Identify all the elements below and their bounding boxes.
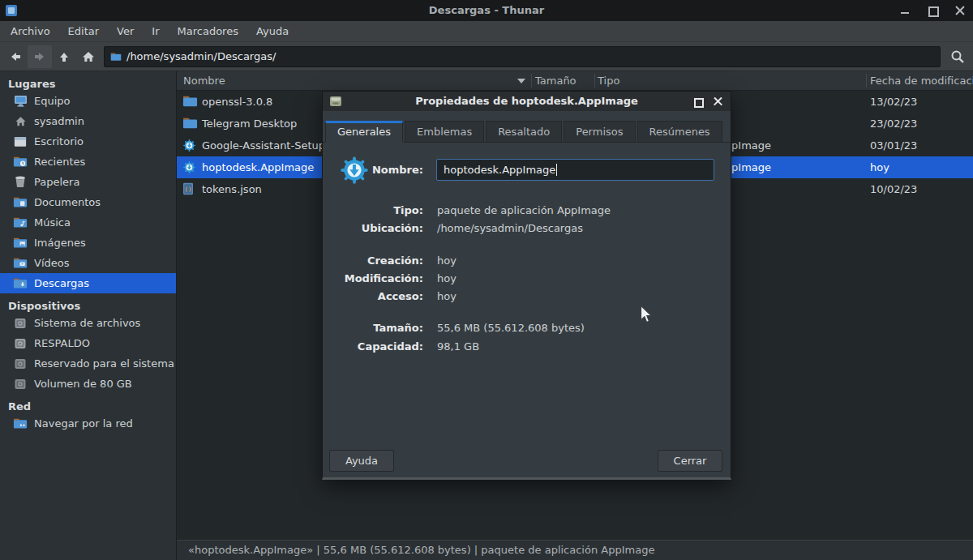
maximize-icon[interactable] <box>928 6 937 15</box>
column-header-tamano[interactable]: Tamaño <box>535 71 577 90</box>
name-label: Nombre: <box>323 164 423 176</box>
up-icon[interactable] <box>52 45 76 68</box>
list-header: Nombre Tamaño Tipo Fecha de modificación <box>177 71 973 91</box>
ubicacion-value: /home/sysadmin/Descargas <box>437 220 583 237</box>
tab-generales[interactable]: Generales <box>325 121 403 143</box>
column-divider[interactable] <box>531 74 532 88</box>
column-header-fecha[interactable]: Fecha de modificación <box>870 71 973 90</box>
help-button[interactable]: Ayuda <box>329 450 394 472</box>
sidebar-item-label: Recientes <box>34 156 85 168</box>
file-name: openssl-3.0.8 <box>202 91 272 113</box>
drive-icon <box>13 357 28 370</box>
text-caret <box>556 164 557 176</box>
sidebar-item-label: Volumen de 80 GB <box>34 378 132 390</box>
folder-icon <box>110 52 122 62</box>
modificacion-label: Modificación: <box>323 270 423 288</box>
music-folder-icon <box>13 216 28 229</box>
sidebar-heading-red: Red <box>0 394 176 413</box>
creacion-label: Creación: <box>323 252 423 270</box>
acceso-value: hoy <box>437 288 456 306</box>
file-date: 10/02/23 <box>870 178 917 200</box>
sidebar-item-respaldo[interactable]: RESPALDO <box>0 333 176 353</box>
file-date: 13/02/23 <box>870 91 917 113</box>
sidebar-item-escritorio[interactable]: Escritorio <box>0 131 176 152</box>
drive-icon <box>13 317 28 330</box>
sidebar-item-navegar-por-la-red[interactable]: Navegar por la red <box>0 413 176 434</box>
sidebar-item-sistema-de-archivos[interactable]: Sistema de archivos <box>0 313 176 333</box>
folder-icon <box>182 117 198 130</box>
menu-ver[interactable]: Ver <box>108 21 143 41</box>
path-input[interactable]: /home/sysadmin/Descargas/ <box>104 46 941 67</box>
sidebar-heading-dispositivos: Dispositivos <box>0 293 176 313</box>
sidebar-item-documentos[interactable]: Documentos <box>0 192 176 212</box>
menu-ir[interactable]: Ir <box>143 21 168 41</box>
dialog-close-icon[interactable] <box>714 97 722 106</box>
name-input-value: hoptodesk.AppImage <box>444 164 555 176</box>
sidebar: Lugares Equipo sysadmin Escritorio Recie… <box>0 71 177 560</box>
close-icon[interactable] <box>955 6 965 15</box>
svg-text:(): () <box>184 186 191 193</box>
tamano-value: 55,6 MB (55.612.608 bytes) <box>437 319 585 337</box>
tab-permisos[interactable]: Permisos <box>564 121 635 142</box>
sidebar-item-sysadmin[interactable]: sysadmin <box>0 111 176 131</box>
sidebar-item-recientes[interactable]: Recientes <box>0 152 176 172</box>
search-icon[interactable] <box>945 45 970 68</box>
forward-icon[interactable] <box>28 45 52 68</box>
sidebar-item-label: Documentos <box>34 196 101 208</box>
window-title: Descargas - Thunar <box>0 0 973 21</box>
sidebar-item-volumen-de-80-gb[interactable]: Volumen de 80 GB <box>0 374 176 394</box>
sidebar-item-label: Navegar por la red <box>34 417 133 430</box>
tab-resaltado[interactable]: Resaltado <box>486 121 562 142</box>
drive-icon <box>13 378 28 391</box>
menu-archivo[interactable]: Archivo <box>2 21 59 41</box>
dialog-maximize-icon[interactable] <box>693 97 702 106</box>
back-icon[interactable] <box>3 45 28 68</box>
trash-icon <box>13 176 28 188</box>
file-name: Google-Assistant-Setup <box>202 135 325 156</box>
status-bar: «hoptodesk.AppImage» | 55,6 MB (55.612.6… <box>177 540 973 560</box>
sidebar-item-label: Escritorio <box>34 135 84 147</box>
acceso-label: Acceso: <box>323 288 423 306</box>
desktop-icon <box>13 136 28 147</box>
sidebar-item-label: RESPALDO <box>34 337 90 349</box>
toolbar: /home/sysadmin/Descargas/ <box>0 42 973 71</box>
sidebar-item-label: Equipo <box>34 95 71 107</box>
tab-emblemas[interactable]: Emblemas <box>405 121 484 142</box>
pictures-folder-icon <box>13 237 28 249</box>
drive-icon <box>13 337 28 350</box>
menu-ayuda[interactable]: Ayuda <box>247 21 298 41</box>
sidebar-item-musica[interactable]: Música <box>0 212 176 233</box>
sidebar-heading-lugares: Lugares <box>0 71 176 91</box>
home-icon[interactable] <box>76 45 101 68</box>
sort-descending-icon <box>517 79 525 83</box>
name-input[interactable]: hoptodesk.AppImage <box>436 159 714 181</box>
minimize-icon[interactable] <box>900 6 910 15</box>
sidebar-item-equipo[interactable]: Equipo <box>0 91 176 111</box>
properties-dialog: Propiedades de hoptodesk.AppImage Genera… <box>322 91 731 480</box>
sidebar-item-videos[interactable]: Vídeos <box>0 253 176 273</box>
file-date: 23/02/23 <box>870 113 917 135</box>
json-file-icon: () <box>182 182 194 195</box>
dialog-tabs: Generales Emblemas Resaltado Permisos Re… <box>323 121 731 143</box>
menu-marcadores[interactable]: Marcadores <box>169 21 247 41</box>
column-header-nombre[interactable]: Nombre <box>183 71 225 90</box>
sidebar-item-reservado-para-el-sistema[interactable]: Reservado para el sistema <box>0 353 176 374</box>
dialog-body: Nombre: hoptodesk.AppImage Tipo: paquete… <box>323 143 731 477</box>
computer-icon <box>13 95 28 107</box>
sidebar-item-descargas[interactable]: Descargas <box>0 273 176 293</box>
sidebar-item-papelera[interactable]: Papelera <box>0 172 176 192</box>
close-button[interactable]: Cerrar <box>658 450 722 472</box>
sidebar-item-imagenes[interactable]: Imágenes <box>0 233 176 253</box>
file-name: Telegram Desktop <box>202 113 297 135</box>
network-folder-icon <box>13 417 28 430</box>
appimage-gear-icon <box>182 139 196 152</box>
column-header-tipo[interactable]: Tipo <box>598 71 619 90</box>
column-divider[interactable] <box>594 74 595 88</box>
downloads-folder-icon <box>13 277 28 289</box>
column-divider[interactable] <box>866 74 867 88</box>
modificacion-value: hoy <box>437 270 456 288</box>
menu-editar[interactable]: Editar <box>59 21 109 41</box>
tab-resumenes[interactable]: Resúmenes <box>637 121 722 142</box>
dialog-titlebar[interactable]: Propiedades de hoptodesk.AppImage <box>323 92 731 111</box>
dialog-title: Propiedades de hoptodesk.AppImage <box>323 92 731 111</box>
